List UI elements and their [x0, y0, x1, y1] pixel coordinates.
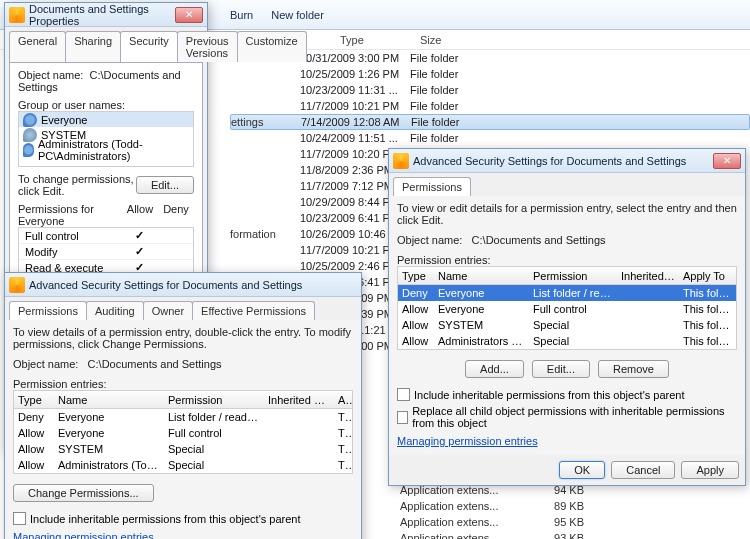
file-row[interactable]: 11/7/2009 10:21 PMFile folder [230, 98, 750, 114]
list-header[interactable]: Type Name Permission Inherited From Appl… [398, 267, 736, 285]
edit-button[interactable]: Edit... [136, 176, 194, 194]
entries-label: Permission entries: [13, 378, 353, 390]
tab-owner[interactable]: Owner [143, 301, 193, 320]
users-icon [23, 143, 34, 157]
system-icon [23, 128, 37, 142]
checkbox-icon [397, 388, 410, 401]
add-button[interactable]: Add... [465, 360, 524, 378]
object-name-value: C:\Documents and Settings [472, 234, 606, 246]
tab-permissions[interactable]: Permissions [9, 301, 87, 320]
col-type[interactable]: Type [398, 270, 434, 282]
permission-entry-row[interactable]: AllowSYSTEMSpecialThis folder only [14, 441, 352, 457]
permission-entry-row[interactable]: AllowAdministrators (Todd-PC...SpecialTh… [14, 457, 352, 473]
change-permissions-hint: To change permissions, click Edit. [18, 173, 136, 197]
permission-entries-list[interactable]: Type Name Permission Inherited From Appl… [13, 390, 353, 474]
titlebar[interactable]: Advanced Security Settings for Documents… [389, 149, 745, 173]
window-title: Advanced Security Settings for Documents… [29, 279, 357, 291]
permission-row: Modify [19, 244, 193, 260]
window-title: Documents and Settings Properties [29, 3, 173, 27]
advanced-security-window-1: Advanced Security Settings for Documents… [4, 272, 362, 539]
permissions-for-label: Permissions for Everyone [18, 203, 122, 227]
folder-icon [9, 277, 25, 293]
object-name-label: Object name: [13, 358, 78, 370]
col-permission[interactable]: Permission [164, 394, 264, 406]
tabstrip: General Sharing Security Previous Versio… [5, 27, 207, 62]
permission-entry-row[interactable]: AllowSYSTEMSpecialThis folder only [398, 317, 736, 333]
tabstrip: Permissions [389, 173, 745, 196]
managing-entries-link[interactable]: Managing permission entries [13, 531, 353, 539]
tab-customize[interactable]: Customize [237, 31, 307, 62]
entries-label: Permission entries: [397, 254, 737, 266]
titlebar[interactable]: Documents and Settings Properties ✕ [5, 3, 207, 27]
col-apply[interactable]: Apply To [679, 270, 736, 282]
managing-entries-link[interactable]: Managing permission entries [397, 435, 737, 447]
apply-button[interactable]: Apply [681, 461, 739, 479]
col-inherited[interactable]: Inherited From [264, 394, 334, 406]
window-title: Advanced Security Settings for Documents… [413, 155, 711, 167]
permission-entry-row[interactable]: AllowEveryoneFull controlThis folder, su… [14, 425, 352, 441]
titlebar[interactable]: Advanced Security Settings for Documents… [5, 273, 361, 297]
replace-child-checkbox[interactable]: Replace all child object permissions wit… [397, 405, 737, 429]
col-size[interactable]: Size [420, 34, 470, 46]
permission-entries-list[interactable]: Type Name Permission Inherited From Appl… [397, 266, 737, 350]
col-apply[interactable]: Apply To [334, 394, 352, 406]
toolbar-burn[interactable]: Burn [230, 9, 253, 21]
permissions-panel: To view details of a permission entry, d… [5, 320, 361, 539]
close-icon[interactable]: ✕ [713, 153, 741, 169]
file-row[interactable]: ettings7/14/2009 12:08 AMFile folder [230, 114, 750, 130]
include-inheritable-checkbox[interactable]: Include inheritable permissions from thi… [13, 512, 353, 525]
col-type[interactable]: Type [14, 394, 54, 406]
file-row[interactable]: 10/23/2009 11:31 ...File folder [230, 82, 750, 98]
object-name-label: Object name: [18, 69, 83, 81]
file-row[interactable]: 10/25/2009 1:26 PMFile folder [230, 66, 750, 82]
group-administrators[interactable]: Administrators (Todd-PC\Administrators) [19, 142, 193, 157]
col-type[interactable]: Type [340, 34, 420, 46]
tab-previous-versions[interactable]: Previous Versions [177, 31, 238, 62]
permission-row: Full control [19, 228, 193, 244]
toolbar-new-folder[interactable]: New folder [271, 9, 324, 21]
allow-header: Allow [122, 203, 158, 227]
folder-icon [9, 7, 25, 23]
tab-general[interactable]: General [9, 31, 66, 62]
permissions-panel: To view or edit details for a permission… [389, 196, 745, 455]
tabstrip: Permissions Auditing Owner Effective Per… [5, 297, 361, 320]
advanced-security-window-2: Advanced Security Settings for Documents… [388, 148, 746, 486]
permission-entry-row[interactable]: DenyEveryoneList folder / read dataThis … [14, 409, 352, 425]
group-listbox[interactable]: Everyone SYSTEM Administrators (Todd-PC\… [18, 111, 194, 167]
tab-auditing[interactable]: Auditing [86, 301, 144, 320]
change-permissions-button[interactable]: Change Permissions... [13, 484, 154, 502]
object-name-label: Object name: [397, 234, 462, 246]
object-name-value: C:\Documents and Settings [88, 358, 222, 370]
tab-security[interactable]: Security [120, 31, 178, 62]
col-name[interactable]: Name [54, 394, 164, 406]
dialog-buttons: OK Cancel Apply [389, 455, 745, 485]
checkbox-icon [397, 411, 408, 424]
col-inherited[interactable]: Inherited From [617, 270, 679, 282]
permission-entry-row[interactable]: DenyEveryoneList folder / read d...This … [398, 285, 736, 301]
col-name[interactable]: Name [434, 270, 529, 282]
file-row[interactable]: 10/31/2009 3:00 PMFile folder [230, 50, 750, 66]
permission-entry-row[interactable]: AllowAdministrators (Todd-PC...SpecialTh… [398, 333, 736, 349]
remove-button[interactable]: Remove [598, 360, 669, 378]
deny-header: Deny [158, 203, 194, 227]
folder-icon [393, 153, 409, 169]
tab-permissions[interactable]: Permissions [393, 177, 471, 196]
permission-entry-row[interactable]: AllowEveryoneFull controlThis folder, su… [398, 301, 736, 317]
tab-sharing[interactable]: Sharing [65, 31, 121, 62]
file-row[interactable]: 10/24/2009 11:51 ...File folder [230, 130, 750, 146]
checkbox-icon [13, 512, 26, 525]
include-inheritable-checkbox[interactable]: Include inheritable permissions from thi… [397, 388, 737, 401]
close-icon[interactable]: ✕ [175, 7, 203, 23]
group-everyone[interactable]: Everyone [19, 112, 193, 127]
ok-button[interactable]: OK [559, 461, 605, 479]
group-names-label: Group or user names: [18, 99, 194, 111]
tab-effective-permissions[interactable]: Effective Permissions [192, 301, 315, 320]
edit-button[interactable]: Edit... [532, 360, 590, 378]
list-header[interactable]: Type Name Permission Inherited From Appl… [14, 391, 352, 409]
col-permission[interactable]: Permission [529, 270, 617, 282]
users-icon [23, 113, 37, 127]
cancel-button[interactable]: Cancel [611, 461, 675, 479]
instructions: To view or edit details for a permission… [397, 202, 737, 226]
instructions: To view details of a permission entry, d… [13, 326, 353, 350]
